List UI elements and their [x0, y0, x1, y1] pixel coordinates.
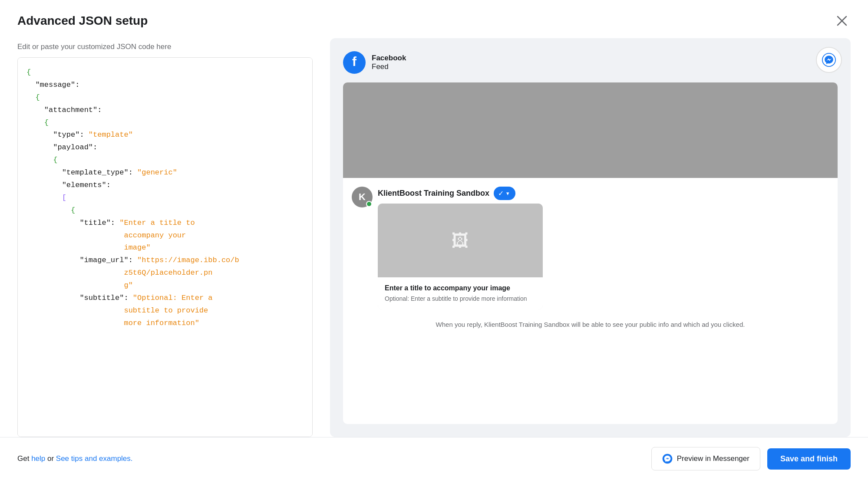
json-open-brace: { [26, 68, 31, 76]
svg-text:f: f [352, 54, 357, 69]
json-val-template-type: "generic" [137, 168, 177, 177]
message-card-image: 🖼 [378, 204, 543, 277]
json-key-message: "message" [35, 81, 75, 89]
left-panel: Edit or paste your customized JSON code … [17, 38, 313, 437]
fb-feed-text: Facebook Feed [372, 54, 406, 71]
json-key-subtitle: "subtitle" [79, 294, 124, 302]
message-card-text: Enter a title to accompany your image Op… [378, 277, 543, 309]
messenger-float-icon [822, 53, 836, 67]
modal-container: Advanced JSON setup Edit or paste your c… [0, 0, 868, 480]
chat-name-row: KlientBoost Training Sandbox ✓ ▾ [378, 187, 829, 200]
json-message-open: { [35, 93, 40, 102]
close-icon [836, 15, 848, 27]
json-val-image-url: "https://image.ibb.co/b z5t6Q/placeholde… [26, 256, 239, 289]
json-key-attachment: "attachment" [44, 106, 97, 114]
json-val-title-close: " [146, 243, 150, 252]
close-button[interactable] [833, 12, 851, 30]
modal-body: Edit or paste your customized JSON code … [0, 38, 868, 437]
chat-section: K KlientBoost Training Sandbox ✓ ▾ [343, 178, 838, 345]
json-key-elements: "elements" [62, 181, 106, 189]
preview-messenger-button[interactable]: Preview in Messenger [651, 447, 760, 470]
editor-wrapper: { "message": { "attachment": { "type": "… [17, 57, 313, 437]
privacy-notice: When you reply, KlientBoost Training San… [352, 316, 829, 337]
message-card: 🖼 Enter a title to accompany your image … [378, 204, 543, 309]
json-elements-open: [ [62, 194, 66, 202]
json-attachment-open: { [44, 118, 49, 127]
json-key-template-type: "template_type" [62, 168, 129, 177]
json-key-title: "title" [79, 219, 110, 227]
footer-or-text: or [45, 454, 56, 463]
chat-page-name: KlientBoost Training Sandbox [378, 189, 489, 198]
footer-actions: Preview in Messenger Save and finish [651, 447, 851, 470]
json-payload-open: { [53, 156, 57, 164]
verified-dropdown-icon: ▾ [506, 190, 509, 197]
footer-links: Get help or See tips and examples. [17, 454, 133, 463]
json-val-image-close: " [129, 281, 133, 289]
json-elem-open: { [71, 206, 75, 214]
chat-bubble-area: KlientBoost Training Sandbox ✓ ▾ [378, 187, 829, 309]
editor-label: Edit or paste your customized JSON code … [17, 38, 313, 51]
avatar-wrapper: K [352, 187, 373, 207]
online-indicator [366, 201, 372, 207]
footer-get-text: Get [17, 454, 31, 463]
facebook-logo: f [343, 51, 366, 74]
modal-title: Advanced JSON setup [17, 14, 148, 28]
fb-platform-sub: Feed [372, 62, 406, 71]
messenger-float-button[interactable] [816, 47, 842, 73]
preview-messenger-label: Preview in Messenger [677, 454, 749, 463]
json-val-title: "Enter a title to accompany your image [26, 219, 195, 252]
fb-platform-name: Facebook [372, 54, 406, 62]
save-finish-button[interactable]: Save and finish [767, 448, 851, 470]
card-image-placeholder [343, 82, 838, 178]
checkmark-icon: ✓ [498, 189, 504, 197]
feed-card: K KlientBoost Training Sandbox ✓ ▾ [343, 82, 838, 424]
json-key-image-url: "image_url" [79, 256, 128, 264]
card-subtitle: Optional: Enter a subtitle to provide mo… [385, 295, 536, 303]
save-finish-label: Save and finish [780, 454, 838, 463]
modal-header: Advanced JSON setup [0, 0, 868, 38]
json-val-subtitle-close: " [195, 319, 199, 327]
json-editor[interactable]: { "message": { "attachment": { "type": "… [18, 58, 312, 437]
right-panel: f Facebook Feed [330, 38, 851, 437]
preview-area: f Facebook Feed [330, 38, 851, 437]
modal-footer: Get help or See tips and examples. Previ… [0, 437, 868, 480]
json-val-type: "template" [89, 131, 133, 139]
chat-row: K KlientBoost Training Sandbox ✓ ▾ [352, 187, 829, 309]
card-title: Enter a title to accompany your image [385, 283, 536, 293]
preview-messenger-icon [662, 454, 673, 464]
verified-button[interactable]: ✓ ▾ [494, 187, 515, 200]
help-link[interactable]: help [31, 454, 45, 463]
json-key-type: "type" [53, 131, 79, 139]
fb-feed-header: f Facebook Feed [343, 51, 838, 74]
json-key-payload: "payload" [53, 143, 93, 151]
image-placeholder-icon: 🖼 [452, 231, 469, 250]
tips-link[interactable]: See tips and examples. [56, 454, 133, 463]
